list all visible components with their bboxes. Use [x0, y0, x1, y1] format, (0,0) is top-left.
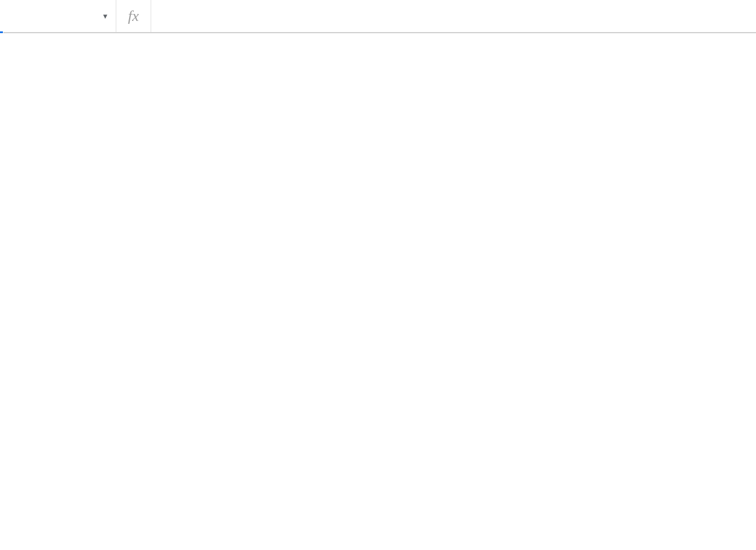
- dropdown-icon[interactable]: ▼: [102, 12, 109, 20]
- grid-wrapper: [0, 33, 756, 33]
- formula-input[interactable]: [151, 0, 756, 32]
- name-box[interactable]: ▼: [0, 0, 116, 32]
- formula-bar: ▼ fx: [0, 0, 756, 33]
- spreadsheet-grid[interactable]: [0, 33, 756, 33]
- fx-icon: fx: [116, 0, 151, 32]
